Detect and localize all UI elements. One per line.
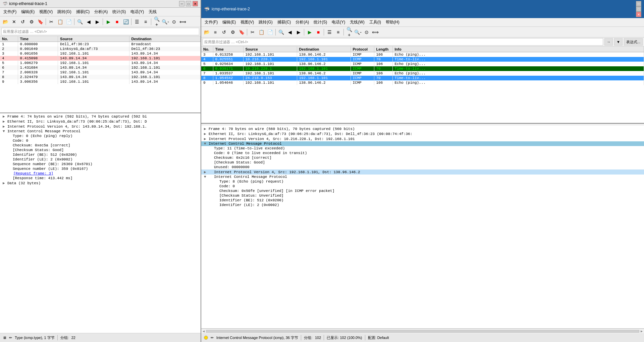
table-row[interactable]: 6 1.431684 143.89.14.34 192.168.1.101 [0,65,201,70]
copy-btn-r[interactable]: 📋 [257,28,265,36]
detail-line[interactable]: Identifier (LE): 2 (0x0002) [0,157,201,162]
detail-expand-icon[interactable]: ▶ [204,170,208,174]
detail-expand-icon[interactable]: ▶ [3,124,7,129]
options-btn[interactable]: ⚙ [28,18,36,26]
detail-expand-icon[interactable]: ▶ [3,181,7,185]
detail-expand-icon[interactable]: ▼ [3,129,7,133]
zoom-out-btn[interactable]: 🔍- [161,18,169,26]
start-capture-btn[interactable]: ▶ [104,18,112,26]
find-btn-r[interactable]: 🔍 [277,28,285,36]
reload-btn-r[interactable]: ↺ [220,28,228,36]
right-filter-input[interactable] [203,38,603,46]
start-btn-r[interactable]: ▶ [306,28,314,36]
close-btn-right[interactable]: ✕ [636,12,641,17]
table-row[interactable]: 3 0.001656 192.168.1.101 143.89.14.34 [0,51,201,56]
menu-wireless-right[interactable]: 无线(W) [348,19,366,26]
detail-expand-icon[interactable]: ▶ [3,114,7,119]
menu-stats-left[interactable]: 统计(S) [110,8,128,15]
forward-btn[interactable]: ▶ [93,18,101,26]
detail-line[interactable]: ▼Internet Control Message Protocol [201,175,644,179]
maximize-btn-right[interactable]: □ [636,6,641,12]
menu-capture-left[interactable]: 捕获(C) [74,8,92,15]
menu-view-left[interactable]: 视图(V) [37,8,55,15]
cut-btn-r[interactable]: ✂ [249,28,257,36]
detail-line[interactable]: Code: 0 [201,184,644,189]
detail-expand-icon[interactable]: ▶ [204,137,208,141]
back-btn[interactable]: ◀ [85,18,93,26]
open-file-btn[interactable]: 📂 [1,18,9,26]
request-frame-link[interactable]: [Request frame: 3] [13,172,53,176]
expression-btn-right[interactable]: 表达式... [624,38,643,46]
menu-phone-left[interactable]: 电话(Y) [128,8,146,15]
stop-capture-btn[interactable]: ■ [113,18,121,26]
menu-stats-right[interactable]: 统计(S) [312,19,329,26]
columns2-btn[interactable]: ≡ [142,18,150,26]
table-row[interactable]: 7 2.006328 192.168.1.101 143.89.14.34 [0,70,201,75]
detail-expand-icon[interactable]: ▶ [3,119,7,124]
paste-btn-r[interactable]: 📄 [266,28,274,36]
zoom-reset-btn-r[interactable]: ⊙ [363,28,371,36]
reload-btn[interactable]: ↺ [19,18,27,26]
detail-expand-icon[interactable]: ▶ [204,127,208,131]
menu-file-left[interactable]: 文件(F) [1,8,18,15]
detail-expand-icon[interactable]: ▶ [204,132,208,136]
stop-btn-r2[interactable]: ■ [314,28,322,36]
detail-line[interactable]: ▼Internet Control Message Protocol [0,129,201,134]
menu-edit-right[interactable]: 编辑(E) [220,19,238,26]
detail-line[interactable]: Checksum: 0xec5a [correct] [0,143,201,148]
restart-btn[interactable]: 🔄 [122,18,130,26]
filter-dropdown-btn-right[interactable]: ▼ [614,38,623,46]
bookmark-btn[interactable]: 🔖 [36,18,44,26]
table-row[interactable]: 9 1.054646 192.168.1.101 138.96.146.2 IC… [201,80,644,85]
detail-line[interactable]: Sequence number (LE): 359 (0x0167) [0,166,201,171]
detail-line[interactable]: ▼Internet Control Message Protocol [201,141,644,146]
copy-btn[interactable]: 📋 [56,18,64,26]
hscroll-bottom-right[interactable]: ◀ ▶ [201,329,644,333]
back-btn-r[interactable]: ◀ [286,28,294,36]
menu-wireless-left[interactable]: 无线 [147,8,159,15]
columns2-btn-r[interactable]: ≡ [334,28,342,36]
detail-line[interactable]: [Response time: 413.442 ms] [0,176,201,181]
table-row[interactable]: 4 0.415098 143.89.14.34 192.168.1.101 [0,56,201,61]
menu-file-right[interactable]: 文件(F) [203,19,220,26]
table-row[interactable]: 6 0.039171 10.216.228.1 192.168.1.101 IC… [201,66,644,71]
columns-btn-r[interactable]: ☰ [325,28,333,36]
menu-tools-right[interactable]: 工具(I) [367,19,383,26]
menu-view-right[interactable]: 视图(V) [238,19,256,26]
table-row[interactable]: 4 0.025551 10.216.228.1 192.168.1.101 IC… [201,57,644,62]
detail-line[interactable]: [Request frame: 3] [0,171,201,176]
cut-btn[interactable]: ✂ [47,18,55,26]
detail-expand-icon[interactable]: ▼ [204,175,208,179]
table-row[interactable]: 1 0.000000 Dell_4f:36:23 Broadcast [0,42,201,47]
detail-line[interactable]: [Checksum Status: Good] [201,160,644,165]
columns-btn[interactable]: ☰ [133,18,141,26]
detail-line[interactable]: [Checksum Status: Good] [0,148,201,152]
detail-line[interactable]: Checksum: 0x2c16 [correct] [201,155,644,160]
table-row[interactable]: 3 0.013258 192.168.1.101 138.96.146.2 IC… [201,52,644,57]
close-file-btn[interactable]: ✕ [10,18,18,26]
detail-line[interactable]: Type: 11 (Time-to-live exceeded) [201,146,644,151]
detail-line[interactable]: Identifier (BE): 512 (0x0200) [0,152,201,157]
resize-btn[interactable]: ⟺ [179,18,187,26]
table-row[interactable]: 9 3.006356 192.168.1.101 143.89.14.34 [0,79,201,84]
maximize-btn-left[interactable]: □ [186,1,191,6]
left-packet-list[interactable]: No. Time Source Destination 1 0.000000 D… [0,36,201,113]
zoom-out-btn-r[interactable]: 🔍- [354,28,362,36]
table-row[interactable]: 7 1.033537 192.168.1.101 138.96.146.2 IC… [201,71,644,76]
close-btn-left[interactable]: ✕ [193,1,198,6]
table-row[interactable]: 2 0.001649 LinksysG_da:af:73 Dell_4f:36:… [0,47,201,51]
left-filter-input[interactable] [1,28,199,35]
detail-line[interactable]: ▶Ethernet II, Src: LinksysG_da:af:73 (00… [201,131,644,136]
zoom-reset-btn[interactable]: ⊙ [170,18,178,26]
open-file-btn-r[interactable]: 📂 [203,28,211,36]
minimize-btn-right[interactable]: ─ [636,1,641,6]
detail-line[interactable]: Code: 0 (Time to live exceeded in transi… [201,151,644,155]
detail-line[interactable]: ▶Frame 4: 74 bytes on wire (592 bits), 7… [0,114,201,119]
right-packet-list[interactable]: No. Time Source Destination Protocol Len… [201,47,644,124]
paste-btn[interactable]: 📄 [65,18,73,26]
menu-phone-right[interactable]: 电话(Y) [330,19,347,26]
detail-line[interactable]: ▶Internet Protocol Version 4, Src: 143.8… [0,124,201,129]
options-btn-r[interactable]: ⚙ [229,28,237,36]
detail-line[interactable]: [Checksum Status: Unverified] [201,193,644,198]
filter-apply-btn-right[interactable]: → [604,38,613,46]
